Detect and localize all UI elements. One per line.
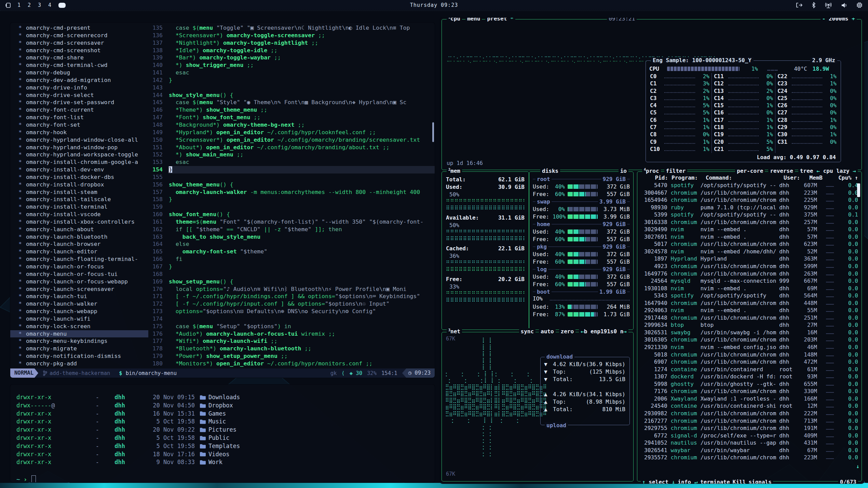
file-list-item[interactable]: *omarchy-lock-screen175 case $(menu "Set… (10, 323, 435, 330)
code-line[interactable]: *Power*) show_setup_power_menu ;; (168, 352, 435, 360)
code-line[interactable]: case $(menu "Setup" "$options") in (168, 323, 435, 330)
code-line[interactable] (168, 84, 435, 92)
process-row[interactable]: 2167277chromium/usr/lib/chromium/chromdh… (641, 417, 858, 425)
directory-name[interactable]: Pictures (208, 426, 236, 434)
file-list-item[interactable]: *omarchy-drive-set-password145 case $(me… (10, 99, 435, 106)
code-line[interactable]: show_setup_menu() { (168, 278, 435, 285)
code-line[interactable]: *Monitors*) open_in_editor ~/.config/hyp… (168, 360, 435, 367)
file-list-item[interactable]: *omarchy-install-xbox-controllers161 the… (10, 218, 435, 226)
file-list-item[interactable]: *omarchy-launch-browser164 else (10, 240, 435, 248)
screencast-icon[interactable] (796, 2, 803, 8)
file-list-item[interactable]: *omarchy-launch-screensaver170 local opt… (10, 285, 435, 293)
process-row[interactable]: 2930982chromium/usr/lib/chromium/chromdh… (641, 410, 858, 417)
file-list-item[interactable]: *omarchy-install-docker-dbs155 (10, 173, 435, 181)
process-row[interactable]: 3026531swaybg/usr/bin/swaybg -i /homdhh1… (641, 329, 858, 336)
file-list-item[interactable]: *omarchy-hyprland-workspace-toggle152 *)… (10, 151, 435, 158)
file-list-item[interactable]: *omarchy-install-vscode160show_font_menu… (10, 211, 435, 218)
file-list-item[interactable]: *omarchy-drive-select144show_style_menu(… (10, 92, 435, 99)
workspace-2[interactable]: 2 (28, 2, 31, 8)
code-line[interactable]: show_theme_menu() { (168, 181, 435, 189)
workspace-active-indicator[interactable] (58, 3, 66, 8)
code-line[interactable]: else (168, 240, 435, 248)
code-line[interactable]: [ -f ~/.config/hypr/input.conf ] && opti… (168, 300, 435, 308)
code-line[interactable]: *Bluetooth*) omarchy-launch-bluetooth ;; (168, 345, 435, 352)
code-line[interactable]: if [[ "$theme" == "CNCLD" || -z "$theme"… (168, 226, 435, 233)
directory-name[interactable]: Public (208, 434, 229, 442)
code-line[interactable]: } (168, 166, 435, 173)
process-row[interactable]: 5399spotify/opt/spotify/spotify --dhh375… (641, 211, 858, 219)
workspace-1[interactable]: 1 (17, 2, 21, 8)
code-line[interactable]: esac (168, 158, 435, 166)
process-row[interactable]: 2917448chromium/usr/lib/chromium/chromdh… (641, 314, 858, 322)
code-line[interactable]: } (168, 196, 435, 203)
proc-select-control[interactable]: ↑ select ↓ (641, 479, 676, 484)
directory-name[interactable]: Music (208, 418, 226, 426)
file-list-item[interactable]: *omarchy-menu176 *Audio*) omarchy-launch… (10, 330, 435, 338)
file-list-item[interactable]: *omarchy-font-current146 *Theme*) show_t… (10, 106, 435, 114)
process-row[interactable]: 3016338chromium/usr/lib/chromium/chromdh… (641, 219, 858, 226)
process-row[interactable]: 2999634btopbtopdhh27M………0.0 (641, 321, 858, 329)
directory-name[interactable]: Videos (208, 450, 229, 459)
file-list-item[interactable]: *omarchy-cmd-screenshot138 *Idle*) omarc… (10, 47, 435, 54)
directory-name[interactable]: Templates (208, 442, 240, 450)
file-list-item[interactable]: *omarchy-dev-add-migration142} (10, 76, 435, 84)
directory-name[interactable]: Games (208, 410, 226, 418)
btop-interval-control[interactable]: - 2000ms + (820, 18, 857, 22)
net-zero-button[interactable]: zero (559, 328, 576, 335)
file-list-item[interactable]: *omarchy-font-list147 *Font*) show_font_… (10, 114, 435, 121)
process-row[interactable]: 2006XwaylandXwayland :1 -rootless -dhh16… (641, 395, 858, 403)
process-row[interactable]: 2941052nautilus/usr/bin/nautilus --gapdh… (641, 439, 858, 447)
process-row[interactable]: 2921330nvimnvim --embed config.jsodhh46M… (641, 344, 858, 351)
code-line[interactable]: esac (168, 69, 435, 76)
btop-preset-button[interactable]: preset * (485, 18, 515, 22)
file-list-item[interactable]: *omarchy-launch-tui171 [ -f ~/.config/hy… (10, 293, 435, 300)
code-line[interactable]: *Wifi*) omarchy-launch-wifi ;; (168, 337, 435, 345)
file-list-item[interactable]: *omarchy-install-dev-env154} (10, 166, 435, 173)
network-antenna-icon[interactable] (825, 2, 832, 8)
process-row[interactable]: 98930rubypuma 7.1.0 (tcp://localdhh929M…… (641, 204, 858, 211)
process-row[interactable]: 4923chromium/usr/lib/chromium/chromdhh59… (641, 263, 858, 270)
directory-name[interactable]: Downloads (208, 393, 240, 402)
file-list-item[interactable]: *omarchy-launch-floating-terminal-166 fi (10, 255, 435, 263)
file-list-item[interactable]: *omarchy-hyprland-window-close-all150 *S… (10, 136, 435, 144)
file-list-item[interactable]: *omarchy-migrate178 *Bluetooth*) omarchy… (10, 345, 435, 352)
code-line[interactable]: options="$options\n⊡ Defaults\n⊕ DNS\n✪ … (168, 308, 435, 315)
process-row[interactable]: 2929755chromium/usr/lib/chromium/chromdh… (641, 424, 858, 432)
proc-sort-selector[interactable]: ← cpu lazy → (815, 168, 858, 174)
process-row[interactable]: 5018chromium/usr/lib/chromium/chromdhh14… (641, 351, 858, 359)
file-list-item[interactable]: *omarchy-launch-bluetooth163 back_to sho… (10, 233, 435, 241)
process-row[interactable]: 3004667chromium/usr/lib/chromium/chromdh… (641, 189, 858, 197)
process-row[interactable]: 5343spotify/opt/spotify/spotifydhh564M……… (641, 292, 858, 299)
file-list-item[interactable]: *omarchy-hook149 *Hyprland*) open_in_edi… (10, 129, 435, 136)
code-line[interactable]: *Idle*) omarchy-toggle-idle ;; (168, 47, 435, 54)
process-row[interactable]: 3016305chromium/usr/lib/chromium/chromdh… (641, 336, 858, 344)
file-list-item[interactable]: *omarchy-cmd-screensaver137 *Nightlight*… (10, 39, 435, 47)
directory-name[interactable]: Work (208, 458, 222, 466)
code-line[interactable]: *Screensaver*) omarchy-toggle-screensave… (168, 32, 435, 39)
process-row[interactable]: 6907chromium/usr/lib/chromium/chromdhh47… (641, 358, 858, 366)
btop-menu-button[interactable]: menu (465, 18, 482, 22)
process-row[interactable]: 1274containe/usr/bin/containerdroot61M……… (641, 366, 858, 373)
file-list-item[interactable]: *omarchy-debug141 esac (10, 69, 435, 76)
file-list-item[interactable]: *omarchy-cmd-screenrecord136 *Screensave… (10, 32, 435, 39)
code-line[interactable]: *About*) open_in_editor ~/.config/omarch… (168, 144, 435, 151)
workspace-3[interactable]: 3 (38, 2, 41, 8)
file-list-item[interactable]: *omarchy-launch-or-focus167} (10, 263, 435, 270)
volume-icon[interactable] (841, 2, 847, 8)
code-line[interactable]: fi (168, 255, 435, 263)
process-row[interactable]: 1654946chromium/usr/lib/chromium/chromdh… (641, 196, 858, 204)
code-line[interactable]: } (168, 76, 435, 84)
process-row[interactable]: 1647940chromium/usr/lib/chromium/chromdh… (641, 299, 858, 307)
code-line[interactable]: *) show_trigger_menu ;; (168, 61, 435, 69)
file-list-item[interactable]: *omarchy-launch-or-focus-webapp169show_s… (10, 278, 435, 285)
file-list-item[interactable]: *omarchy-cmd-share139 *Bar*) omarchy-tog… (10, 54, 435, 61)
process-row[interactable]: 3027691nvimnvim --embed .dhh57M………0.0 (641, 233, 858, 241)
file-list-item[interactable]: *omarchy-hyprland-window-pop151 *About*)… (10, 144, 435, 151)
code-line[interactable]: *Theme*) show_theme_menu ;; (168, 106, 435, 114)
file-list-item[interactable]: *omarchy-launch-editor165 omarchy-font-s… (10, 248, 435, 255)
process-row[interactable]: 24540containe/usr/bin/containerd-shiroot… (641, 402, 858, 410)
proc-info-button[interactable]: info ↵ (676, 479, 699, 484)
code-line[interactable]: back_to show_style_menu (168, 233, 435, 241)
code-line[interactable] (168, 315, 435, 323)
file-list-item[interactable]: *omarchy-launch-walker172 [ -f ~/.config… (10, 300, 435, 308)
